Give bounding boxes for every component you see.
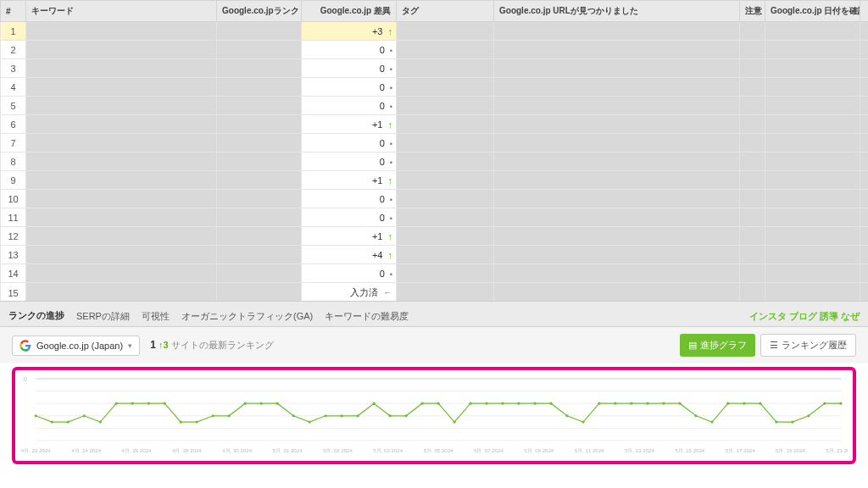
- svg-point-17: [196, 421, 198, 424]
- col-keyword-header[interactable]: キーワード: [26, 1, 217, 22]
- url-cell: [494, 59, 740, 78]
- table-row[interactable]: 80 •: [1, 152, 869, 171]
- tab-visibility[interactable]: 可視性: [142, 307, 170, 326]
- table-row[interactable]: 6+1 ↑: [1, 115, 869, 134]
- tab-organic-ga[interactable]: オーガニックトラフィック(GA): [181, 307, 313, 326]
- row-index: 11: [1, 208, 26, 227]
- gutter-cell: [860, 22, 869, 41]
- no-change-icon: •: [390, 84, 392, 92]
- date-cell: [765, 227, 860, 246]
- warn-cell: [740, 246, 765, 264]
- engine-label: Google.co.jp (Japan): [36, 341, 123, 351]
- keyword-cell: [26, 264, 217, 283]
- svg-text:5月, 07 2024: 5月, 07 2024: [474, 448, 504, 453]
- tag-cell: [397, 134, 494, 152]
- url-cell: [494, 78, 740, 97]
- svg-point-52: [759, 402, 761, 405]
- date-cell: [765, 171, 860, 190]
- tag-cell: [397, 22, 494, 41]
- tag-cell: [397, 171, 494, 190]
- svg-point-8: [51, 421, 53, 424]
- keyword-cell: [26, 283, 217, 302]
- keyword-cell: [26, 41, 217, 59]
- date-cell: [765, 59, 860, 78]
- gutter-cell: [860, 208, 869, 227]
- col-idx-header[interactable]: #: [1, 1, 26, 22]
- date-cell: [765, 283, 860, 302]
- rank-cell: [217, 283, 302, 302]
- col-date-header[interactable]: Google.co.jp 日付を確認: [765, 1, 860, 22]
- row-index: 9: [1, 171, 26, 190]
- rank-cell: [217, 59, 302, 78]
- no-change-icon: •: [390, 196, 392, 204]
- arrow-back-icon: ←: [383, 287, 392, 297]
- col-diff-header[interactable]: Google.co.jp 差異: [302, 1, 397, 22]
- table-row[interactable]: 12+1 ↑: [1, 227, 869, 246]
- svg-text:5月, 21 2024: 5月, 21 2024: [826, 448, 848, 453]
- table-row[interactable]: 70 •: [1, 134, 869, 152]
- table-row[interactable]: 100 •: [1, 190, 869, 208]
- table-row[interactable]: 140 •: [1, 264, 869, 283]
- svg-point-27: [357, 414, 359, 417]
- svg-point-39: [549, 402, 552, 405]
- search-engine-select[interactable]: Google.co.jp (Japan) ▾: [12, 336, 140, 356]
- row-index: 4: [1, 78, 26, 97]
- table-row[interactable]: 15入力済 ←: [1, 283, 869, 302]
- rank-cell: [217, 97, 302, 115]
- url-cell: [494, 41, 740, 59]
- svg-text:5月, 01 2024: 5月, 01 2024: [273, 448, 303, 453]
- table-row[interactable]: 9+1 ↑: [1, 171, 869, 190]
- table-row[interactable]: 40 •: [1, 78, 869, 97]
- svg-point-13: [131, 402, 134, 405]
- svg-point-25: [324, 414, 326, 417]
- tag-cell: [397, 264, 494, 283]
- row-index: 13: [1, 246, 26, 264]
- table-row[interactable]: 30 •: [1, 59, 869, 78]
- svg-point-34: [469, 402, 471, 405]
- warn-cell: [740, 134, 765, 152]
- chart-panel-toolbar: Google.co.jp (Japan) ▾ 1 ↑3 サイトの最新ランキング …: [0, 327, 868, 363]
- col-tag-header[interactable]: タグ: [397, 1, 494, 22]
- table-row[interactable]: 13+4 ↑: [1, 246, 869, 264]
- warn-cell: [740, 152, 765, 171]
- row-index: 8: [1, 152, 26, 171]
- tab-rank-progress[interactable]: ランクの進捗: [8, 306, 64, 327]
- svg-text:5月, 09 2024: 5月, 09 2024: [524, 448, 554, 453]
- rank-cell: [217, 264, 302, 283]
- list-icon: ☰: [770, 340, 778, 351]
- row-index: 5: [1, 97, 26, 115]
- diff-cell: +3 ↑: [302, 22, 397, 41]
- tab-keyword-difficulty[interactable]: キーワードの難易度: [325, 307, 409, 326]
- diff-cell: 0 •: [302, 59, 397, 78]
- table-row[interactable]: 1+3 ↑: [1, 22, 869, 41]
- diff-cell: +1 ↑: [302, 171, 397, 190]
- col-warn-header[interactable]: 注意: [740, 1, 765, 22]
- warn-cell: [740, 78, 765, 97]
- keyword-cell: [26, 152, 217, 171]
- col-rank-header[interactable]: Google.co.jpランク▲: [217, 1, 302, 22]
- table-row[interactable]: 50 •: [1, 97, 869, 115]
- svg-point-23: [292, 414, 295, 417]
- keyword-cell: [26, 246, 217, 264]
- table-row[interactable]: 20 •: [1, 41, 869, 59]
- rank-cell: [217, 115, 302, 134]
- svg-point-46: [662, 402, 665, 405]
- warn-cell: [740, 208, 765, 227]
- svg-point-7: [35, 414, 37, 417]
- table-row[interactable]: 110 •: [1, 208, 869, 227]
- rank-cell: [217, 78, 302, 97]
- col-url-header[interactable]: Google.co.jp URLが見つかりました: [494, 1, 740, 22]
- progress-graph-button[interactable]: ▤ 進捗グラフ: [680, 334, 755, 357]
- rank-cell: [217, 190, 302, 208]
- row-index: 14: [1, 264, 26, 283]
- svg-point-32: [437, 402, 439, 405]
- rank-cell: [217, 208, 302, 227]
- rank-progress-chart: 04月, 22 20244月, 24 20244月, 26 20244月, 28…: [20, 375, 848, 456]
- svg-point-54: [791, 421, 793, 424]
- gutter-cell: [860, 171, 869, 190]
- tab-serp-detail[interactable]: SERPの詳細: [76, 307, 130, 326]
- row-index: 1: [1, 22, 26, 41]
- gutter-cell: [860, 97, 869, 115]
- diff-cell: 入力済 ←: [302, 283, 397, 302]
- ranking-history-button[interactable]: ☰ ランキング履歴: [760, 334, 856, 357]
